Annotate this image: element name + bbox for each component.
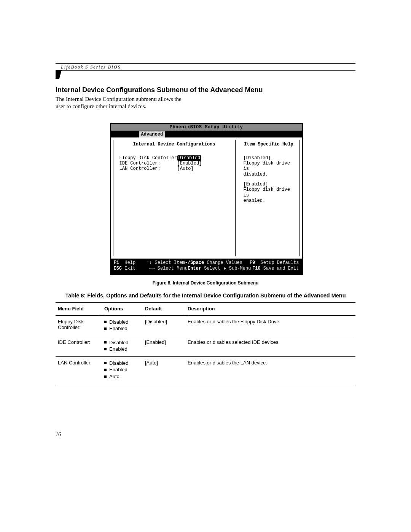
fkey-label: Exit [124,266,135,271]
table-cell-description: Enables or disables the Floppy Disk Driv… [185,315,355,336]
fkey-minus-space: -/Space [185,260,204,265]
fkey-f9: F9 [250,260,255,265]
table-row: LAN Controller:DisabledEnabledAuto[Auto]… [56,356,355,384]
figure-caption: Figure 8. Internal Device Configuration … [56,280,355,286]
table-cell-default: [Auto] [143,356,185,384]
table-cell-description: Enables or disables selected IDE devices… [185,336,355,356]
option-item: Disabled [104,360,140,367]
help-line: disabled. [244,172,297,177]
bios-field-row[interactable]: Floppy Disk Contoller: Disabled [119,155,232,161]
bios-help-pane: Item Specific Help [Disabled] Floppy dis… [238,140,300,256]
page-content: Internal Device Configurations Submenu o… [56,86,355,384]
table-cell-options: DisabledEnabled [102,315,143,336]
table-cell-default: [Disabled] [143,315,185,336]
fkey-label: Save and Exit [263,266,299,271]
option-item: Disabled [104,339,140,346]
table-header: Options [102,302,143,315]
fkey-esc: ESC [114,266,122,271]
fkey-f1: F1 [114,260,119,265]
bios-field-row[interactable]: IDE Controller: [Enabled] [119,161,232,166]
section-title: Internal Device Configurations Submenu o… [56,86,355,94]
fkey-label: Sub-Menu [229,266,251,271]
fkey-label: Setup Defaults [261,260,299,265]
fkey-label: Select [204,266,220,271]
bios-screen: PhoenixBIOS Setup Utility Advanced Inter… [110,123,303,275]
help-line: Floppy disk drive is [244,187,297,198]
intro-line: user to configure other internal devices… [56,103,146,109]
bios-help-text: [Disabled] Floppy disk drive is disabled… [238,151,299,204]
help-line: [Disabled] [244,155,297,161]
table-cell-field: LAN Controller: [56,356,102,384]
bios-body: Internal Device Configurations Floppy Di… [111,137,302,259]
option-item: Enabled [104,346,140,353]
table-cell-field: IDE Controller: [56,336,102,356]
table-cell-options: DisabledEnabledAuto [102,356,143,384]
bios-field-label: IDE Controller: [119,161,177,166]
bios-footer: F1 Help ↑↓ Select Item -/Space Change Va… [111,259,302,274]
bios-field-label: LAN Controller: [119,166,177,171]
bios-field-row[interactable]: LAN Controller: [Auto] [119,166,232,171]
option-item: Auto [104,373,140,380]
intro-paragraph: The Internal Device Configuration submen… [56,96,200,110]
table-cell-default: [Enabled] [143,336,185,356]
bios-field-value[interactable]: [Enabled] [177,161,202,166]
option-item: Enabled [104,325,140,332]
table-row: IDE Controller:DisabledEnabled[Enabled]E… [56,336,355,356]
fkey-label: Select Menu [158,266,188,271]
tab-advanced[interactable]: Advanced [139,131,166,137]
option-item: Enabled [104,366,140,373]
bios-left-pane: Internal Device Configurations Floppy Di… [113,140,236,256]
table-cell-description: Enables or disables the LAN device. [185,356,355,384]
table-cell-options: DisabledEnabled [102,336,143,356]
bios-fields: Floppy Disk Contoller: Disabled IDE Cont… [113,151,235,172]
triangle-right-icon [224,267,226,270]
fkey-enter: Enter [188,266,201,271]
intro-line: The Internal Device Configuration submen… [56,96,182,102]
arrow-leftright-icon: ←→ [149,266,155,271]
table-header: Default [143,302,185,315]
header-bar: LifeBook S Series BIOS [56,63,355,71]
fkey-label: Select Item [155,260,185,265]
header-text: LifeBook S Series BIOS [56,64,355,70]
table-cell-field: Floppy Disk Controller: [56,315,102,336]
bios-help-title: Item Specific Help [238,140,299,151]
table-header: Menu Field [56,302,102,315]
fkey-f10: F10 [252,266,261,271]
help-line: [Enabled] [244,182,297,187]
bios-title: PhoenixBIOS Setup Utility [111,124,302,131]
table-caption: Table 8: Fields, Options and Defaults fo… [56,292,355,299]
page-number: 16 [56,431,61,438]
fkey-label: Change Values [207,260,242,265]
bios-left-title: Internal Device Configurations [113,140,235,151]
bios-field-value-selected[interactable]: Disabled [177,155,202,161]
bios-menubar: Advanced [111,131,302,137]
table-header-row: Menu Field Options Default Description [56,302,355,315]
help-line: enabled. [244,198,297,203]
fkey-label: Help [124,260,135,265]
help-line: Floppy disk drive is [244,161,297,172]
arrow-updown-icon: ↑↓ [147,260,152,265]
table-header: Description [185,302,355,315]
table-row: Floppy Disk Controller:DisabledEnabled[D… [56,315,355,336]
header-notch-icon [56,70,62,79]
option-item: Disabled [104,319,140,326]
bios-field-value[interactable]: [Auto] [177,166,194,171]
bios-figure: PhoenixBIOS Setup Utility Advanced Inter… [110,123,301,275]
fields-table: Menu Field Options Default Description F… [56,302,355,384]
bios-field-label: Floppy Disk Contoller: [119,155,177,161]
page: LifeBook S Series BIOS Internal Device C… [0,0,411,532]
